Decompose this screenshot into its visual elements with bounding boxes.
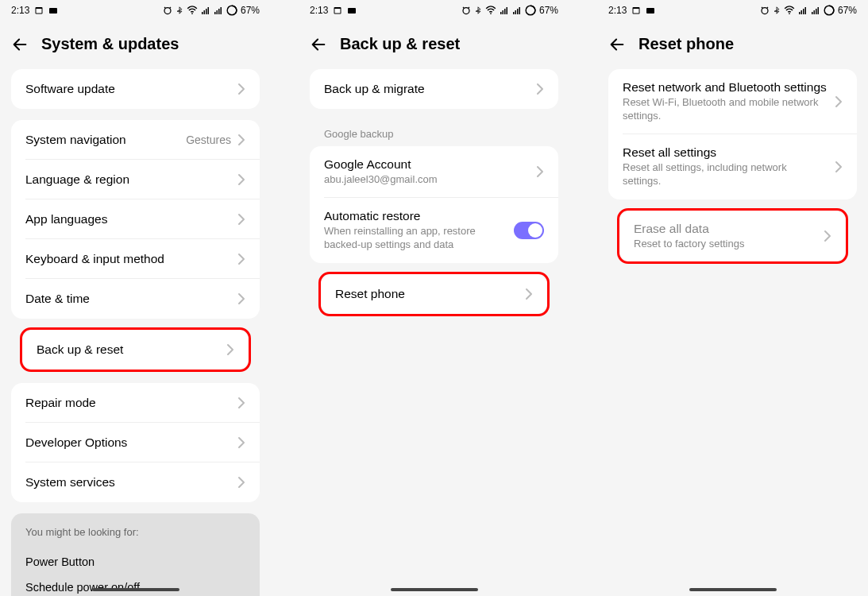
back-button[interactable] [608,36,626,53]
status-bar: 2:13 [0,0,271,21]
svg-rect-7 [206,9,207,14]
row-desc: Reset all settings, including network se… [623,161,827,188]
row-system-navigation[interactable]: System navigation Gestures [11,120,260,160]
phone-screen-1: 2:13 [0,0,271,596]
row-reset-phone[interactable]: Reset phone [321,274,547,314]
row-label: Repair mode [25,396,96,410]
svg-rect-5 [202,12,203,14]
row-system-services[interactable]: System services [11,462,260,502]
row-desc: Reset to factory settings [634,238,816,251]
svg-rect-25 [517,9,519,14]
row-title: Erase all data [634,222,816,236]
chevron-right-icon [237,83,245,95]
row-label: Software update [25,82,115,96]
row-label: System navigation [25,133,126,147]
suggestion-item[interactable]: Power Button [25,549,245,575]
svg-rect-9 [214,12,216,14]
nav-handle[interactable] [689,588,777,591]
row-backup-reset[interactable]: Back up & reset [22,330,249,370]
card-icon [48,6,58,14]
row-desc: Reset Wi-Fi, Bluetooth and mobile networ… [623,96,827,123]
row-reset-network[interactable]: Reset network and Bluetooth settings Res… [608,69,857,134]
row-desc: abu.jaleel30@gmail.com [324,173,528,187]
chevron-right-icon [525,288,533,300]
chevron-right-icon [824,230,831,242]
row-label: Date & time [25,292,90,306]
section-header-google-backup: Google backup [310,120,558,146]
row-value: Gestures [186,134,231,146]
row-developer-options[interactable]: Developer Options [11,423,260,462]
battery-percent: 67% [241,5,260,16]
row-title: Google Account [324,157,528,172]
bluetooth-icon [773,6,781,15]
chevron-right-icon [835,161,843,173]
svg-rect-19 [500,12,502,14]
svg-rect-15 [335,9,341,14]
nav-handle[interactable] [92,588,179,591]
svg-rect-36 [804,7,806,14]
chevron-right-icon [237,213,245,226]
suggestions-title: You might be looking for: [25,526,245,538]
battery-circle-icon [525,5,536,16]
status-time: 2:13 [11,5,29,16]
calendar-icon [631,6,641,15]
highlight-backup-reset: Back up & reset [20,327,251,372]
row-google-account[interactable]: Google Account abu.jaleel30@gmail.com [310,146,558,198]
svg-rect-10 [216,10,218,14]
chevron-right-icon [237,292,245,305]
row-automatic-restore[interactable]: Automatic restore When reinstalling an a… [310,198,558,263]
wifi-icon [784,6,795,15]
chevron-right-icon [237,134,245,146]
svg-rect-16 [348,8,356,14]
row-backup-migrate[interactable]: Back up & migrate [310,69,558,109]
page-title: Reset phone [638,35,734,53]
row-desc: When reinstalling an app, restore backed… [324,225,506,252]
chevron-right-icon [536,165,544,178]
row-erase-all-data[interactable]: Erase all data Reset to factory settings [619,211,846,262]
status-bar: 2:13 67% [299,0,569,21]
row-label: Back up & reset [37,343,123,357]
back-button[interactable] [310,36,327,53]
svg-rect-22 [506,7,507,14]
svg-rect-21 [504,9,506,14]
row-language-region[interactable]: Language & region [11,160,260,199]
signal-icon-2 [811,6,820,14]
row-label: Developer Options [25,435,127,450]
row-app-languages[interactable]: App languages [11,199,260,239]
svg-rect-23 [513,12,515,14]
row-reset-all-settings[interactable]: Reset all settings Reset all settings, i… [608,134,857,199]
row-title: Reset all settings [623,145,827,160]
svg-rect-6 [203,10,205,14]
svg-point-18 [490,13,492,14]
row-keyboard-input[interactable]: Keyboard & input method [11,239,260,279]
signal-icon-1 [201,6,210,14]
calendar-icon [333,6,342,15]
row-title: Reset network and Bluetooth settings [623,80,827,95]
toggle-automatic-restore[interactable] [514,222,544,239]
highlight-erase-all-data: Erase all data Reset to factory settings [617,208,848,265]
header: System & updates [0,21,271,69]
alarm-icon [461,6,471,15]
chevron-right-icon [536,83,544,95]
row-label: System services [25,475,115,490]
card-icon [646,6,655,14]
svg-rect-38 [813,10,815,14]
svg-rect-8 [207,7,209,14]
back-button[interactable] [11,36,29,53]
card-icon [347,6,357,14]
row-software-update[interactable]: Software update [11,69,260,109]
chevron-right-icon [237,173,245,186]
svg-rect-11 [218,9,220,14]
chevron-right-icon [237,436,245,449]
phone-screen-2: 2:13 67% Back up & reset Back up & migra… [299,0,569,596]
suggestion-item[interactable]: Schedule power on/off [25,575,245,596]
row-repair-mode[interactable]: Repair mode [11,383,260,423]
nav-handle[interactable] [391,588,478,591]
battery-percent: 67% [838,5,857,16]
row-date-time[interactable]: Date & time [11,279,260,319]
svg-rect-29 [634,9,639,14]
row-label: App languages [25,212,107,226]
svg-rect-26 [519,7,520,14]
svg-rect-30 [646,8,654,14]
svg-rect-1 [37,9,42,14]
